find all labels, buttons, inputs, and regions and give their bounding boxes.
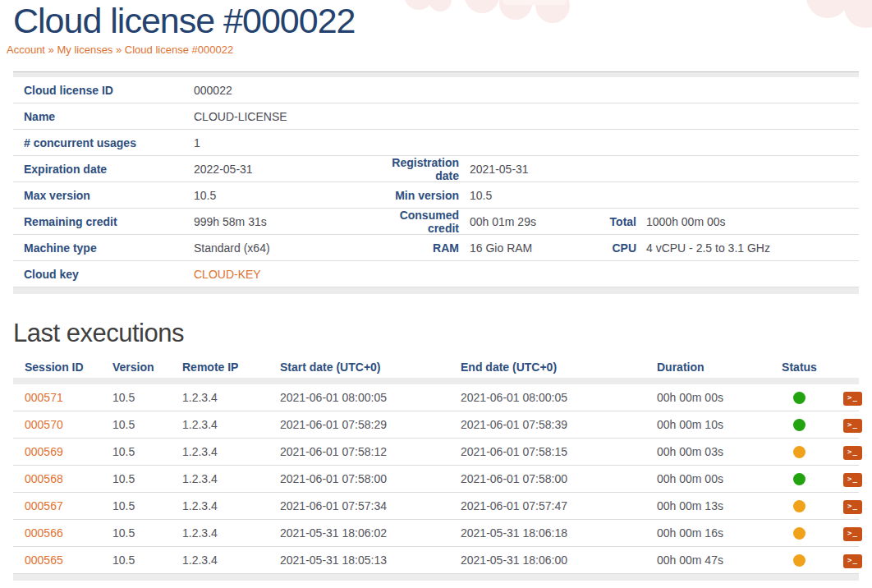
details-row: Remaining credit999h 58m 31sConsumed cre… (13, 209, 859, 235)
execution-row: 00056810.51.2.3.42021-06-01 07:58:002021… (13, 466, 859, 493)
executions-table-header-strip (13, 378, 859, 384)
details-value: 999h 58m 31s (186, 215, 383, 228)
remote-ip-cell: 1.2.3.4 (182, 418, 280, 431)
session-id-link[interactable]: 000569 (25, 445, 63, 458)
column-header: Session ID (13, 361, 112, 374)
column-header: Start date (UTC+0) (280, 361, 461, 374)
actions-cell: >_ (830, 471, 862, 487)
details-row: Max version10.5Min version10.5 (13, 182, 859, 209)
details-value: 1 (186, 136, 383, 149)
execution-row: 00056610.51.2.3.42021-05-31 18:06:022021… (13, 520, 859, 547)
column-header: Status (769, 361, 830, 374)
version-cell: 10.5 (112, 445, 182, 458)
breadcrumb: Account » My licenses » Cloud license #0… (7, 44, 859, 56)
session-id-link[interactable]: 000567 (25, 499, 63, 512)
version-cell: 10.5 (112, 391, 182, 404)
remote-ip-cell: 1.2.3.4 (182, 526, 280, 540)
details-row: Machine typeStandard (x64)RAM16 Gio RAMC… (13, 235, 859, 261)
session-id-link[interactable]: 000565 (25, 554, 63, 567)
status-cell (769, 418, 830, 432)
version-cell: 10.5 (112, 472, 182, 485)
end-date-cell: 2021-05-31 18:06:18 (461, 526, 657, 540)
duration-cell: 00h 00m 47s (657, 554, 769, 567)
status-dot (793, 500, 805, 512)
status-cell (769, 499, 830, 513)
remote-ip-cell: 1.2.3.4 (182, 445, 280, 458)
column-header: End date (UTC+0) (461, 361, 657, 374)
end-date-cell: 2021-06-01 08:00:05 (461, 391, 657, 404)
breadcrumb-link[interactable]: Cloud license #000022 (125, 44, 233, 56)
details-value: 2022-05-31 (186, 163, 383, 176)
section-title-last-executions: Last executions (13, 317, 859, 350)
status-dot (793, 392, 805, 404)
execution-row: 00056510.51.2.3.42021-05-31 18:05:132021… (13, 547, 859, 574)
actions-cell: >_ (830, 498, 862, 514)
terminal-icon[interactable]: >_ (843, 527, 862, 541)
end-date-cell: 2021-06-01 07:58:00 (461, 472, 657, 485)
execution-row: 00056910.51.2.3.42021-06-01 07:58:122021… (13, 439, 859, 466)
column-header: Version (112, 361, 182, 374)
duration-cell: 00h 00m 00s (657, 472, 769, 485)
details-label: Registration date (383, 156, 461, 182)
session-id-link[interactable]: 000568 (25, 472, 63, 485)
breadcrumb-link[interactable]: Account (7, 44, 45, 56)
start-date-cell: 2021-05-31 18:06:02 (280, 526, 461, 540)
remote-ip-cell: 1.2.3.4 (182, 472, 280, 485)
version-cell: 10.5 (112, 499, 182, 512)
session-id-cell: 000568 (13, 472, 112, 485)
remote-ip-cell: 1.2.3.4 (182, 554, 280, 567)
executions-table: Session IDVersionRemote IPStart date (UT… (13, 356, 859, 581)
details-row: Cloud license ID000022 (13, 77, 859, 103)
session-id-link[interactable]: 000571 (25, 391, 63, 404)
version-cell: 10.5 (112, 554, 182, 567)
version-cell: 10.5 (112, 418, 182, 431)
details-label: Name (13, 110, 186, 123)
session-id-cell: 000571 (13, 391, 112, 404)
actions-cell: >_ (830, 525, 862, 541)
details-value: 10.5 (186, 189, 383, 202)
terminal-icon[interactable]: >_ (843, 419, 862, 433)
end-date-cell: 2021-06-01 07:57:47 (461, 499, 657, 512)
terminal-icon[interactable]: >_ (843, 554, 862, 568)
session-id-cell: 000565 (13, 554, 112, 567)
details-table-bottom-strip (13, 287, 859, 294)
status-dot (793, 419, 805, 431)
session-id-link[interactable]: 000566 (25, 526, 63, 540)
terminal-icon[interactable]: >_ (843, 473, 862, 487)
start-date-cell: 2021-06-01 07:58:12 (280, 445, 461, 458)
duration-cell: 00h 00m 03s (657, 445, 769, 458)
session-id-link[interactable]: 000570 (25, 418, 63, 431)
start-date-cell: 2021-06-01 07:58:00 (280, 472, 461, 485)
status-dot (793, 554, 805, 567)
details-value: 000022 (186, 84, 383, 97)
terminal-icon[interactable]: >_ (843, 446, 862, 460)
column-header: Remote IP (182, 361, 280, 374)
details-row: # concurrent usages1 (13, 130, 859, 156)
breadcrumb-link[interactable]: My licenses (57, 44, 112, 56)
page: Cloud license #000022 Account » My licen… (0, 0, 872, 588)
status-cell (769, 445, 830, 459)
page-title: Cloud license #000022 (13, 0, 859, 41)
details-label: Machine type (13, 241, 186, 255)
terminal-icon[interactable]: >_ (843, 500, 862, 514)
breadcrumb-separator: » (45, 44, 57, 56)
execution-row: 00057010.51.2.3.42021-06-01 07:58:292021… (13, 411, 859, 439)
details-value: 00h 01m 29s (461, 215, 580, 228)
start-date-cell: 2021-06-01 07:58:29 (280, 418, 461, 431)
details-label: Max version (13, 189, 186, 202)
duration-cell: 00h 00m 10s (657, 418, 769, 431)
actions-cell: >_ (830, 443, 862, 460)
details-value: 2021-05-31 (461, 163, 580, 176)
start-date-cell: 2021-05-31 18:05:13 (280, 554, 461, 567)
terminal-icon[interactable]: >_ (843, 392, 862, 406)
duration-cell: 00h 00m 16s (657, 526, 769, 540)
end-date-cell: 2021-06-01 07:58:39 (461, 418, 657, 431)
cloud-key-link[interactable]: CLOUD-KEY (194, 268, 261, 281)
details-row: NameCLOUD-LICENSE (13, 103, 859, 130)
details-label: RAM (383, 241, 461, 255)
end-date-cell: 2021-05-31 18:06:00 (461, 554, 657, 567)
details-table-body: Cloud license ID000022NameCLOUD-LICENSE#… (13, 77, 859, 287)
details-label: Cloud key (13, 268, 186, 281)
details-label: Remaining credit (13, 215, 186, 228)
actions-cell: >_ (830, 389, 862, 406)
